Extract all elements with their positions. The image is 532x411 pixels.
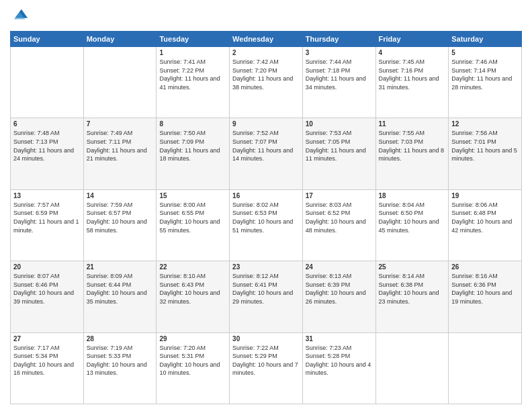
day-info: Sunrise: 7:49 AM Sunset: 7:11 PM Dayligh… <box>87 129 154 163</box>
calendar-week-row: 6Sunrise: 7:48 AM Sunset: 7:13 PM Daylig… <box>11 118 522 189</box>
calendar-cell: 21Sunrise: 8:09 AM Sunset: 6:44 PM Dayli… <box>83 261 157 332</box>
calendar-cell: 29Sunrise: 7:20 AM Sunset: 5:31 PM Dayli… <box>157 332 230 404</box>
calendar-cell <box>449 332 522 404</box>
day-number: 4 <box>379 49 446 56</box>
calendar-cell <box>11 47 84 118</box>
day-number: 15 <box>159 192 226 199</box>
calendar-cell: 20Sunrise: 8:07 AM Sunset: 6:46 PM Dayli… <box>11 261 84 332</box>
calendar-cell: 31Sunrise: 7:23 AM Sunset: 5:28 PM Dayli… <box>302 332 375 404</box>
day-number: 19 <box>451 192 519 199</box>
day-number: 14 <box>87 192 154 199</box>
col-tuesday: Tuesday <box>157 32 230 47</box>
day-info: Sunrise: 8:00 AM Sunset: 6:55 PM Dayligh… <box>159 201 226 234</box>
calendar-cell: 26Sunrise: 8:16 AM Sunset: 6:36 PM Dayli… <box>449 261 522 332</box>
day-number: 21 <box>87 263 154 271</box>
day-info: Sunrise: 7:56 AM Sunset: 7:01 PM Dayligh… <box>451 129 519 163</box>
col-wednesday: Wednesday <box>230 32 303 47</box>
calendar-cell: 16Sunrise: 8:02 AM Sunset: 6:53 PM Dayli… <box>230 189 303 261</box>
day-info: Sunrise: 7:50 AM Sunset: 7:09 PM Dayligh… <box>159 129 226 163</box>
calendar-cell: 1Sunrise: 7:41 AM Sunset: 7:22 PM Daylig… <box>157 47 230 118</box>
day-info: Sunrise: 7:52 AM Sunset: 7:07 PM Dayligh… <box>232 129 300 163</box>
day-number: 10 <box>306 120 373 128</box>
calendar-cell: 15Sunrise: 8:00 AM Sunset: 6:55 PM Dayli… <box>157 189 230 261</box>
day-number: 1 <box>159 49 226 56</box>
day-number: 2 <box>232 49 300 56</box>
day-number: 25 <box>379 263 446 271</box>
day-number: 27 <box>13 335 81 342</box>
day-info: Sunrise: 8:13 AM Sunset: 6:39 PM Dayligh… <box>306 272 373 306</box>
day-info: Sunrise: 8:10 AM Sunset: 6:43 PM Dayligh… <box>159 272 226 306</box>
calendar-week-row: 1Sunrise: 7:41 AM Sunset: 7:22 PM Daylig… <box>11 47 522 118</box>
calendar-cell: 12Sunrise: 7:56 AM Sunset: 7:01 PM Dayli… <box>449 118 522 189</box>
col-thursday: Thursday <box>302 32 375 47</box>
logo <box>10 7 32 26</box>
calendar-cell: 17Sunrise: 8:03 AM Sunset: 6:52 PM Dayli… <box>302 189 375 261</box>
day-info: Sunrise: 7:59 AM Sunset: 6:57 PM Dayligh… <box>87 201 154 234</box>
col-monday: Monday <box>83 32 157 47</box>
calendar-cell: 6Sunrise: 7:48 AM Sunset: 7:13 PM Daylig… <box>11 118 84 189</box>
day-number: 24 <box>306 263 373 271</box>
day-number: 7 <box>87 120 154 128</box>
day-info: Sunrise: 8:16 AM Sunset: 6:36 PM Dayligh… <box>451 272 519 306</box>
calendar-cell: 24Sunrise: 8:13 AM Sunset: 6:39 PM Dayli… <box>302 261 375 332</box>
calendar-cell: 11Sunrise: 7:55 AM Sunset: 7:03 PM Dayli… <box>375 118 449 189</box>
calendar-cell: 13Sunrise: 7:57 AM Sunset: 6:59 PM Dayli… <box>11 189 84 261</box>
calendar-cell: 27Sunrise: 7:17 AM Sunset: 5:34 PM Dayli… <box>11 332 84 404</box>
day-number: 28 <box>87 335 154 342</box>
logo-icon <box>10 7 29 26</box>
col-sunday: Sunday <box>11 32 84 47</box>
day-number: 11 <box>379 120 446 128</box>
day-info: Sunrise: 7:45 AM Sunset: 7:16 PM Dayligh… <box>379 58 446 91</box>
day-number: 22 <box>159 263 226 271</box>
calendar-cell: 28Sunrise: 7:19 AM Sunset: 5:33 PM Dayli… <box>83 332 157 404</box>
calendar-cell: 10Sunrise: 7:53 AM Sunset: 7:05 PM Dayli… <box>302 118 375 189</box>
day-number: 12 <box>451 120 519 128</box>
day-number: 29 <box>159 335 226 342</box>
col-saturday: Saturday <box>449 32 522 47</box>
day-info: Sunrise: 7:42 AM Sunset: 7:20 PM Dayligh… <box>232 58 300 91</box>
day-info: Sunrise: 7:48 AM Sunset: 7:13 PM Dayligh… <box>13 129 81 163</box>
calendar-header-row: Sunday Monday Tuesday Wednesday Thursday… <box>11 32 522 47</box>
day-number: 31 <box>306 335 373 342</box>
day-number: 6 <box>13 120 81 128</box>
calendar-cell: 14Sunrise: 7:59 AM Sunset: 6:57 PM Dayli… <box>83 189 157 261</box>
calendar-cell <box>83 47 157 118</box>
calendar-cell: 19Sunrise: 8:06 AM Sunset: 6:48 PM Dayli… <box>449 189 522 261</box>
day-info: Sunrise: 8:12 AM Sunset: 6:41 PM Dayligh… <box>232 272 300 306</box>
calendar-cell: 7Sunrise: 7:49 AM Sunset: 7:11 PM Daylig… <box>83 118 157 189</box>
calendar-table: Sunday Monday Tuesday Wednesday Thursday… <box>10 31 522 404</box>
day-number: 8 <box>159 120 226 128</box>
col-friday: Friday <box>375 32 449 47</box>
day-info: Sunrise: 8:06 AM Sunset: 6:48 PM Dayligh… <box>451 201 519 234</box>
calendar-cell: 30Sunrise: 7:22 AM Sunset: 5:29 PM Dayli… <box>230 332 303 404</box>
day-info: Sunrise: 7:23 AM Sunset: 5:28 PM Dayligh… <box>306 344 373 377</box>
day-info: Sunrise: 8:04 AM Sunset: 6:50 PM Dayligh… <box>379 201 446 234</box>
header <box>10 7 522 26</box>
calendar-cell: 3Sunrise: 7:44 AM Sunset: 7:18 PM Daylig… <box>302 47 375 118</box>
day-number: 26 <box>451 263 519 271</box>
day-number: 30 <box>232 335 300 342</box>
calendar-cell: 18Sunrise: 8:04 AM Sunset: 6:50 PM Dayli… <box>375 189 449 261</box>
calendar-cell: 4Sunrise: 7:45 AM Sunset: 7:16 PM Daylig… <box>375 47 449 118</box>
day-info: Sunrise: 7:57 AM Sunset: 6:59 PM Dayligh… <box>13 201 81 234</box>
calendar-cell <box>375 332 449 404</box>
calendar-week-row: 20Sunrise: 8:07 AM Sunset: 6:46 PM Dayli… <box>11 261 522 332</box>
calendar-week-row: 13Sunrise: 7:57 AM Sunset: 6:59 PM Dayli… <box>11 189 522 261</box>
day-number: 9 <box>232 120 300 128</box>
day-info: Sunrise: 8:09 AM Sunset: 6:44 PM Dayligh… <box>87 272 154 306</box>
day-info: Sunrise: 7:46 AM Sunset: 7:14 PM Dayligh… <box>451 58 519 91</box>
calendar-cell: 5Sunrise: 7:46 AM Sunset: 7:14 PM Daylig… <box>449 47 522 118</box>
day-number: 3 <box>306 49 373 56</box>
day-number: 18 <box>379 192 446 199</box>
day-info: Sunrise: 8:14 AM Sunset: 6:38 PM Dayligh… <box>379 272 446 306</box>
calendar-cell: 22Sunrise: 8:10 AM Sunset: 6:43 PM Dayli… <box>157 261 230 332</box>
day-info: Sunrise: 7:17 AM Sunset: 5:34 PM Dayligh… <box>13 344 81 377</box>
calendar-cell: 23Sunrise: 8:12 AM Sunset: 6:41 PM Dayli… <box>230 261 303 332</box>
day-info: Sunrise: 8:07 AM Sunset: 6:46 PM Dayligh… <box>13 272 81 306</box>
calendar-cell: 2Sunrise: 7:42 AM Sunset: 7:20 PM Daylig… <box>230 47 303 118</box>
page: Sunday Monday Tuesday Wednesday Thursday… <box>0 0 532 411</box>
day-number: 5 <box>451 49 519 56</box>
day-info: Sunrise: 7:53 AM Sunset: 7:05 PM Dayligh… <box>306 129 373 163</box>
calendar-week-row: 27Sunrise: 7:17 AM Sunset: 5:34 PM Dayli… <box>11 332 522 404</box>
day-number: 20 <box>13 263 81 271</box>
